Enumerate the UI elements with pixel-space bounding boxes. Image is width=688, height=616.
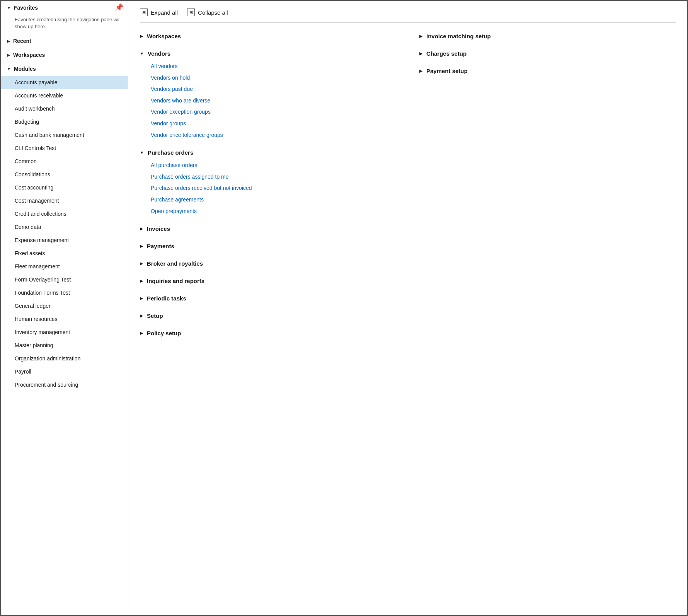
nav-section-header-recent[interactable]: Recent <box>1 34 128 48</box>
nav-section-header-favorites[interactable]: Favorites <box>1 1 128 15</box>
section-label-vendors: Vendors <box>148 50 170 57</box>
section-links-vendors: All vendorsVendors on holdVendors past d… <box>140 61 396 141</box>
section-arrow-inquiries-reports <box>140 279 143 283</box>
section-broker-royalties: Broker and royalties <box>140 258 396 269</box>
section-header-payment-setup[interactable]: Payment setup <box>419 65 676 77</box>
sidebar-item-human-resources[interactable]: Human resources <box>1 312 128 326</box>
nav-section-header-workspaces[interactable]: Workspaces <box>1 48 128 62</box>
section-arrow-payment-setup <box>419 69 422 73</box>
section-label-invoices: Invoices <box>147 225 170 232</box>
recent-label: Recent <box>13 38 31 44</box>
favorites-desc: Favorites created using the navigation p… <box>1 15 128 34</box>
sidebar-item-foundation-forms[interactable]: Foundation Forms Test <box>1 286 128 299</box>
sidebar-item-cli-controls[interactable]: CLI Controls Test <box>1 142 128 155</box>
link-open-prepayments[interactable]: Open prepayments <box>140 206 396 217</box>
section-arrow-setup <box>140 314 143 318</box>
link-vendors-who-are-diverse[interactable]: Vendors who are diverse <box>140 95 396 107</box>
section-label-payment-setup: Payment setup <box>426 68 468 74</box>
pin-icon[interactable]: 📌 <box>115 3 123 12</box>
modules-label: Modules <box>14 66 36 72</box>
section-workspaces: Workspaces <box>140 31 396 42</box>
collapse-all-button[interactable]: ⊟ Collapse all <box>187 9 228 16</box>
section-label-payments: Payments <box>147 243 174 249</box>
section-arrow-broker-royalties <box>140 261 143 266</box>
nav-section-workspaces: Workspaces <box>1 48 128 62</box>
left-column: WorkspacesVendorsAll vendorsVendors on h… <box>140 31 396 345</box>
sidebar-item-common[interactable]: Common <box>1 155 128 168</box>
sidebar-item-demo-data[interactable]: Demo data <box>1 220 128 234</box>
link-vendor-exception-groups[interactable]: Vendor exception groups <box>140 106 396 118</box>
section-payment-setup: Payment setup <box>419 65 676 77</box>
sidebar-item-cost-accounting[interactable]: Cost accounting <box>1 181 128 194</box>
favorites-arrow <box>7 6 11 10</box>
link-vendors-on-hold[interactable]: Vendors on hold <box>140 72 396 84</box>
main-content: ⊞ Expand all ⊟ Collapse all WorkspacesVe… <box>128 1 687 615</box>
section-arrow-invoices <box>140 227 143 231</box>
sidebar-item-general-ledger[interactable]: General ledger <box>1 299 128 312</box>
section-policy-setup: Policy setup <box>140 328 396 339</box>
section-charges-setup: Charges setup <box>419 48 676 59</box>
section-label-broker-royalties: Broker and royalties <box>147 260 203 267</box>
section-header-payments[interactable]: Payments <box>140 241 396 252</box>
section-label-policy-setup: Policy setup <box>147 330 181 336</box>
workspaces-arrow <box>7 53 10 57</box>
content-columns: WorkspacesVendorsAll vendorsVendors on h… <box>140 31 676 345</box>
section-header-inquiries-reports[interactable]: Inquiries and reports <box>140 275 396 287</box>
sidebar-item-budgeting[interactable]: Budgeting <box>1 115 128 128</box>
collapse-all-icon: ⊟ <box>187 9 195 16</box>
sidebar-item-payroll[interactable]: Payroll <box>1 365 128 378</box>
sidebar-item-accounts-payable[interactable]: Accounts payable <box>1 76 128 89</box>
link-vendor-groups[interactable]: Vendor groups <box>140 118 396 130</box>
link-vendor-price-tolerance-groups[interactable]: Vendor price tolerance groups <box>140 130 396 141</box>
sidebar-item-fleet-management[interactable]: Fleet management <box>1 260 128 273</box>
section-arrow-invoice-matching-setup <box>419 34 422 38</box>
section-header-charges-setup[interactable]: Charges setup <box>419 48 676 59</box>
sidebar-item-fixed-assets[interactable]: Fixed assets <box>1 247 128 260</box>
section-header-setup[interactable]: Setup <box>140 310 396 321</box>
sidebar-item-consolidations[interactable]: Consolidations <box>1 168 128 181</box>
section-setup: Setup <box>140 310 396 321</box>
recent-arrow <box>7 39 10 43</box>
sidebar-item-accounts-receivable[interactable]: Accounts receivable <box>1 89 128 102</box>
collapse-all-label: Collapse all <box>198 9 228 16</box>
section-header-invoices[interactable]: Invoices <box>140 223 396 234</box>
link-vendors-past-due[interactable]: Vendors past due <box>140 84 396 95</box>
sidebar-item-audit-workbench[interactable]: Audit workbench <box>1 102 128 115</box>
link-purchase-orders-received-but-not-invoiced[interactable]: Purchase orders received but not invoice… <box>140 183 396 194</box>
sidebar-item-expense-management[interactable]: Expense management <box>1 234 128 247</box>
section-header-periodic-tasks[interactable]: Periodic tasks <box>140 293 396 304</box>
nav-section-recent: Recent <box>1 34 128 48</box>
nav-section-modules: Modules Accounts payableAccounts receiva… <box>1 62 128 391</box>
section-arrow-purchase-orders <box>140 150 144 155</box>
section-header-policy-setup[interactable]: Policy setup <box>140 328 396 339</box>
sidebar-item-org-admin[interactable]: Organization administration <box>1 352 128 365</box>
section-links-purchase-orders: All purchase ordersPurchase orders assig… <box>140 160 396 217</box>
sidebar-item-cash-bank[interactable]: Cash and bank management <box>1 128 128 142</box>
link-all-vendors[interactable]: All vendors <box>140 61 396 72</box>
favorites-label: Favorites <box>14 5 38 11</box>
sidebar-item-inventory-management[interactable]: Inventory management <box>1 326 128 339</box>
nav-section-header-modules[interactable]: Modules <box>1 62 128 76</box>
toolbar: ⊞ Expand all ⊟ Collapse all <box>140 9 676 23</box>
link-purchase-orders-assigned-to-me[interactable]: Purchase orders assigned to me <box>140 171 396 183</box>
link-purchase-agreements[interactable]: Purchase agreements <box>140 194 396 206</box>
link-all-purchase-orders[interactable]: All purchase orders <box>140 160 396 171</box>
sidebar-item-cost-management[interactable]: Cost management <box>1 194 128 207</box>
section-header-workspaces[interactable]: Workspaces <box>140 31 396 42</box>
section-periodic-tasks: Periodic tasks <box>140 293 396 304</box>
sidebar: 📌 Favorites Favorites created using the … <box>1 1 128 615</box>
section-header-invoice-matching-setup[interactable]: Invoice matching setup <box>419 31 676 42</box>
section-invoices: Invoices <box>140 223 396 234</box>
section-header-broker-royalties[interactable]: Broker and royalties <box>140 258 396 269</box>
section-arrow-periodic-tasks <box>140 296 143 300</box>
section-header-purchase-orders[interactable]: Purchase orders <box>140 147 396 158</box>
section-label-purchase-orders: Purchase orders <box>148 149 193 156</box>
section-purchase-orders: Purchase ordersAll purchase ordersPurcha… <box>140 147 396 217</box>
sidebar-item-credit-collections[interactable]: Credit and collections <box>1 207 128 220</box>
section-inquiries-reports: Inquiries and reports <box>140 275 396 287</box>
sidebar-item-form-overlayering[interactable]: Form Overlayering Test <box>1 273 128 286</box>
section-header-vendors[interactable]: Vendors <box>140 48 396 59</box>
expand-all-button[interactable]: ⊞ Expand all <box>140 9 178 16</box>
sidebar-item-procurement-sourcing[interactable]: Procurement and sourcing <box>1 378 128 391</box>
sidebar-item-master-planning[interactable]: Master planning <box>1 339 128 352</box>
